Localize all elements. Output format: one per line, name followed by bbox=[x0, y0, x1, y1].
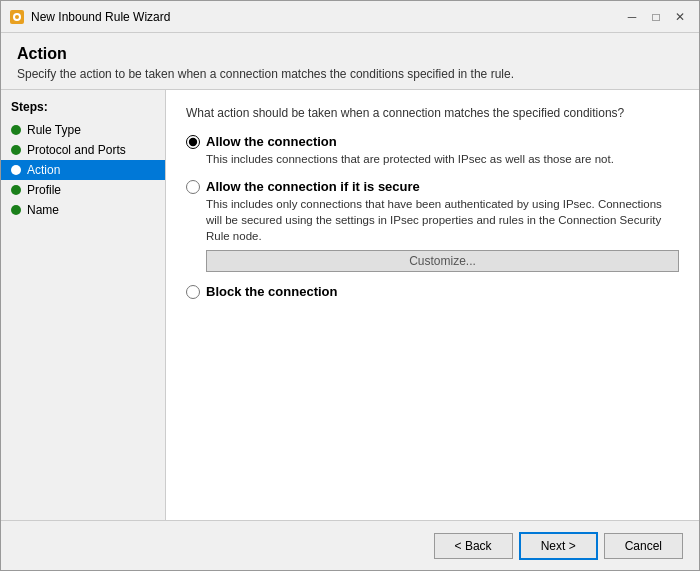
title-bar-controls: ─ □ ✕ bbox=[621, 6, 691, 28]
back-button[interactable]: < Back bbox=[434, 533, 513, 559]
step-dot-profile bbox=[11, 185, 21, 195]
content-area: Action Specify the action to be taken wh… bbox=[1, 33, 699, 570]
label-allow[interactable]: Allow the connection bbox=[206, 134, 337, 149]
right-panel: What action should be taken when a conne… bbox=[166, 90, 699, 520]
svg-point-2 bbox=[15, 15, 19, 19]
radio-block[interactable] bbox=[186, 285, 200, 299]
desc-allow-secure: This includes only connections that have… bbox=[206, 196, 679, 244]
option-block-row: Block the connection bbox=[186, 284, 679, 299]
desc-allow: This includes connections that are prote… bbox=[206, 151, 679, 167]
step-label-name: Name bbox=[27, 203, 59, 217]
step-dot-name bbox=[11, 205, 21, 215]
window: New Inbound Rule Wizard ─ □ ✕ Action Spe… bbox=[0, 0, 700, 571]
sidebar-item-rule-type[interactable]: Rule Type bbox=[1, 120, 165, 140]
option-allow-secure-row: Allow the connection if it is secure bbox=[186, 179, 679, 194]
window-title: New Inbound Rule Wizard bbox=[31, 10, 170, 24]
label-block[interactable]: Block the connection bbox=[206, 284, 337, 299]
radio-group: Allow the connection This includes conne… bbox=[186, 134, 679, 299]
radio-allow[interactable] bbox=[186, 135, 200, 149]
customize-button[interactable]: Customize... bbox=[206, 250, 679, 272]
question-text: What action should be taken when a conne… bbox=[186, 106, 679, 120]
maximize-button[interactable]: □ bbox=[645, 6, 667, 28]
close-button[interactable]: ✕ bbox=[669, 6, 691, 28]
step-dot-action bbox=[11, 165, 21, 175]
main-body: Steps: Rule Type Protocol and Ports Acti… bbox=[1, 90, 699, 520]
option-allow-secure: Allow the connection if it is secure Thi… bbox=[186, 179, 679, 272]
title-bar: New Inbound Rule Wizard ─ □ ✕ bbox=[1, 1, 699, 33]
step-label-profile: Profile bbox=[27, 183, 61, 197]
step-label-rule-type: Rule Type bbox=[27, 123, 81, 137]
wizard-icon bbox=[9, 9, 25, 25]
sidebar-item-protocol-ports[interactable]: Protocol and Ports bbox=[1, 140, 165, 160]
minimize-button[interactable]: ─ bbox=[621, 6, 643, 28]
sidebar: Steps: Rule Type Protocol and Ports Acti… bbox=[1, 90, 166, 520]
cancel-button[interactable]: Cancel bbox=[604, 533, 683, 559]
title-bar-left: New Inbound Rule Wizard bbox=[9, 9, 170, 25]
page-header: Action Specify the action to be taken wh… bbox=[1, 33, 699, 89]
next-button[interactable]: Next > bbox=[519, 532, 598, 560]
step-label-action: Action bbox=[27, 163, 60, 177]
option-allow-row: Allow the connection bbox=[186, 134, 679, 149]
page-subtitle: Specify the action to be taken when a co… bbox=[17, 67, 683, 81]
option-allow: Allow the connection This includes conne… bbox=[186, 134, 679, 167]
step-label-protocol-ports: Protocol and Ports bbox=[27, 143, 126, 157]
sidebar-item-name[interactable]: Name bbox=[1, 200, 165, 220]
step-dot-protocol-ports bbox=[11, 145, 21, 155]
label-allow-secure[interactable]: Allow the connection if it is secure bbox=[206, 179, 420, 194]
option-block: Block the connection bbox=[186, 284, 679, 299]
page-title: Action bbox=[17, 45, 683, 63]
footer: < Back Next > Cancel bbox=[1, 520, 699, 570]
step-dot-rule-type bbox=[11, 125, 21, 135]
steps-label: Steps: bbox=[1, 100, 165, 120]
sidebar-item-action[interactable]: Action bbox=[1, 160, 165, 180]
sidebar-item-profile[interactable]: Profile bbox=[1, 180, 165, 200]
radio-allow-secure[interactable] bbox=[186, 180, 200, 194]
